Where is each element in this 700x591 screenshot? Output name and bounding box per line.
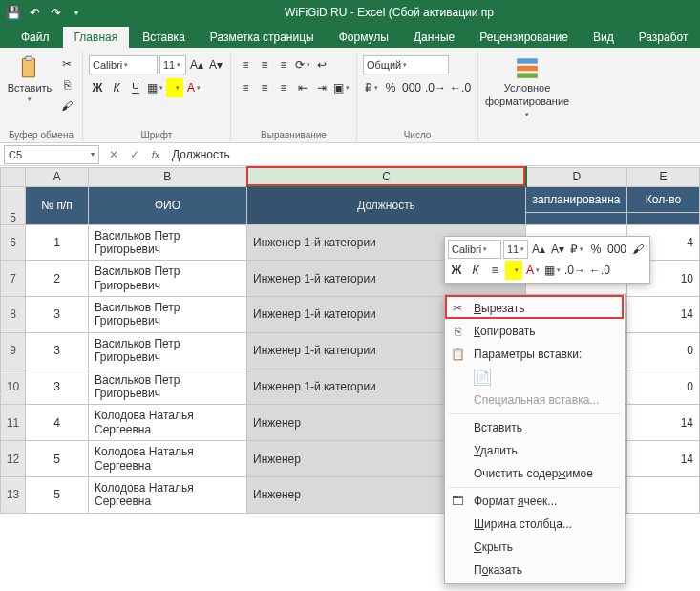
cell-qty[interactable]: 0 xyxy=(627,332,700,369)
format-painter-icon[interactable]: 🖌 xyxy=(57,97,76,115)
qat-customize-icon[interactable]: ▾ xyxy=(69,5,84,20)
menu-paste-option-default[interactable]: 📄 xyxy=(445,366,625,389)
formula-bar[interactable]: Должность xyxy=(166,148,700,161)
cell-fio[interactable]: Колодова Наталья Сергеевна xyxy=(89,476,247,513)
cell-num[interactable]: 4 xyxy=(26,405,89,441)
row-header[interactable]: 13 xyxy=(1,476,26,513)
border-button[interactable]: ▦ xyxy=(146,78,164,97)
mini-align-icon[interactable]: ≡ xyxy=(486,261,503,280)
mini-font-name[interactable]: Calibri xyxy=(448,240,501,259)
tab-data[interactable]: Данные xyxy=(402,27,466,48)
mini-format-painter-icon[interactable]: 🖌 xyxy=(629,240,647,259)
cell-qty[interactable]: 0 xyxy=(627,369,700,405)
mini-inc-decimal-icon[interactable]: .0→ xyxy=(563,261,586,280)
bold-button[interactable]: Ж xyxy=(89,78,106,97)
cell-num[interactable]: 3 xyxy=(26,332,89,369)
align-center-icon[interactable]: ≡ xyxy=(256,78,273,97)
menu-clear[interactable]: Очистить содержимое xyxy=(445,462,625,485)
cell-num[interactable]: 5 xyxy=(26,441,89,477)
decrease-decimal-icon[interactable]: ←.0 xyxy=(449,78,472,97)
row-header[interactable]: 10 xyxy=(1,369,26,405)
underline-button[interactable]: Ч xyxy=(127,78,144,97)
tab-insert[interactable]: Вставка xyxy=(131,27,197,48)
col-header-B[interactable]: B xyxy=(89,167,247,186)
tab-pagelayout[interactable]: Разметка страницы xyxy=(199,27,326,48)
select-all-corner[interactable] xyxy=(1,167,26,186)
row-header[interactable]: 6 xyxy=(1,224,26,261)
cell-qty[interactable]: 14 xyxy=(627,441,700,477)
col-header-A[interactable]: A xyxy=(26,167,89,186)
font-size-select[interactable]: 11 xyxy=(159,55,186,74)
mini-font-color-icon[interactable]: A xyxy=(524,261,541,280)
row-header[interactable]: 9 xyxy=(1,332,26,369)
cell-fio[interactable]: Васильков Петр Григорьевич xyxy=(89,332,247,369)
redo-icon[interactable]: ↷ xyxy=(48,5,63,20)
comma-format-icon[interactable]: 000 xyxy=(401,78,422,97)
decrease-font-icon[interactable]: A▾ xyxy=(207,55,224,74)
accounting-format-icon[interactable]: ₽ xyxy=(363,78,380,97)
menu-delete[interactable]: Удалить xyxy=(445,439,625,462)
name-box[interactable]: C5 ▾ xyxy=(4,145,99,164)
mini-accounting-icon[interactable]: ₽ xyxy=(568,240,585,259)
tab-home[interactable]: Главная xyxy=(63,27,130,48)
row-header[interactable]: 7 xyxy=(1,261,26,297)
tab-view[interactable]: Вид xyxy=(582,27,626,48)
tab-file[interactable]: Файл xyxy=(10,27,61,48)
mini-decrease-font-icon[interactable]: A▾ xyxy=(549,240,566,259)
mini-increase-font-icon[interactable]: A▴ xyxy=(530,240,547,259)
percent-format-icon[interactable]: % xyxy=(382,78,399,97)
align-middle-icon[interactable]: ≡ xyxy=(256,55,273,74)
cell-num[interactable]: 3 xyxy=(26,369,89,405)
cell-qty[interactable]: 14 xyxy=(627,297,700,333)
header-planned[interactable]: запланированна xyxy=(526,186,627,212)
header-num[interactable]: № п/п xyxy=(26,186,89,224)
merge-icon[interactable]: ▣ xyxy=(332,78,350,97)
align-bottom-icon[interactable]: ≡ xyxy=(275,55,292,74)
mini-percent-icon[interactable]: % xyxy=(587,240,605,259)
mini-bold-button[interactable]: Ж xyxy=(448,261,465,280)
wrap-text-icon[interactable]: ↩ xyxy=(313,55,330,74)
menu-format-cells[interactable]: 🗔 Формат ячеек... xyxy=(445,490,625,513)
mini-italic-button[interactable]: К xyxy=(467,261,484,280)
mini-dec-decimal-icon[interactable]: ←.0 xyxy=(588,261,611,280)
cell-num[interactable]: 5 xyxy=(26,476,89,513)
col-header-D[interactable]: D xyxy=(526,167,627,186)
fx-icon[interactable]: fx xyxy=(145,149,166,160)
paste-button[interactable]: Вставить ▾ xyxy=(6,52,53,103)
row-header[interactable]: 12 xyxy=(1,441,26,477)
cancel-formula-icon[interactable]: ✕ xyxy=(103,148,124,161)
header-qty-sub[interactable] xyxy=(627,212,700,224)
undo-icon[interactable]: ↶ xyxy=(27,5,42,20)
cell-fio[interactable]: Васильков Петр Григорьевич xyxy=(89,224,247,261)
menu-copy[interactable]: ⎘ Копировать xyxy=(445,320,625,343)
font-color-button[interactable]: A xyxy=(185,78,202,97)
col-header-E[interactable]: E xyxy=(627,167,700,186)
cell-num[interactable]: 3 xyxy=(26,297,89,333)
worksheet-grid[interactable]: A B C D E 5 № п/п ФИО Должность запланир… xyxy=(0,166,700,591)
menu-hide[interactable]: Скрыть xyxy=(445,536,625,559)
align-left-icon[interactable]: ≡ xyxy=(237,78,254,97)
cell-num[interactable]: 1 xyxy=(26,224,89,261)
cell-fio[interactable]: Васильков Петр Григорьевич xyxy=(89,297,247,333)
row-header[interactable]: 5 xyxy=(1,186,26,224)
italic-button[interactable]: К xyxy=(108,78,125,97)
menu-column-width[interactable]: Ширина столбца... xyxy=(445,513,625,536)
cell-qty[interactable] xyxy=(627,476,700,513)
header-position[interactable]: Должность xyxy=(247,186,526,224)
mini-fill-color-icon[interactable] xyxy=(505,261,522,280)
increase-font-icon[interactable]: A▴ xyxy=(188,55,205,74)
row-header[interactable]: 8 xyxy=(1,297,26,333)
cell-fio[interactable]: Васильков Петр Григорьевич xyxy=(89,369,247,405)
orientation-icon[interactable]: ⟳ xyxy=(294,55,311,74)
header-fio[interactable]: ФИО xyxy=(89,186,247,224)
cell-fio[interactable]: Колодова Наталья Сергеевна xyxy=(89,405,247,441)
save-icon[interactable]: 💾 xyxy=(6,5,21,20)
tab-review[interactable]: Рецензирование xyxy=(468,27,580,48)
tab-formulas[interactable]: Формулы xyxy=(328,27,400,48)
row-header[interactable]: 11 xyxy=(1,405,26,441)
cell-fio[interactable]: Васильков Петр Григорьевич xyxy=(89,261,247,297)
cell-qty[interactable]: 14 xyxy=(627,405,700,441)
decrease-indent-icon[interactable]: ⇤ xyxy=(294,78,311,97)
cell-fio[interactable]: Колодова Наталья Сергеевна xyxy=(89,441,247,477)
conditional-formatting-button[interactable]: Условное форматирование ▾ xyxy=(484,52,570,118)
